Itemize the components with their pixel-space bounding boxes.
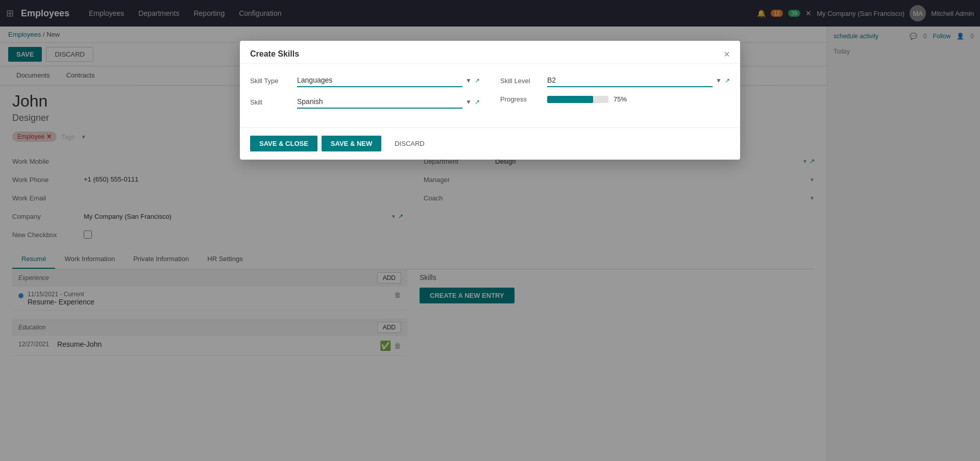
- skill-type-dropdown-icon: ▼: [465, 77, 472, 84]
- modal-right-fields: Skill Level B2 ▼ ↗ Progress: [500, 74, 730, 117]
- modal-title: Create Skills: [250, 49, 299, 59]
- skill-type-external-link-icon[interactable]: ↗: [475, 77, 480, 84]
- skill-level-field: Skill Level B2 ▼ ↗: [500, 74, 730, 87]
- skill-control: Spanish ▼ ↗: [297, 95, 480, 109]
- progress-bar-fill: [547, 96, 593, 103]
- skill-level-label: Skill Level: [500, 77, 541, 85]
- skill-type-select[interactable]: Languages: [297, 74, 462, 87]
- progress-label: Progress: [500, 95, 541, 103]
- skill-external-link-icon[interactable]: ↗: [475, 98, 480, 106]
- skill-dropdown-icon: ▼: [465, 98, 472, 106]
- skill-type-control: Languages ▼ ↗: [297, 74, 480, 87]
- modal-overlay: Create Skills × Skill Type Languages ▼ ↗: [0, 0, 980, 461]
- progress-bar-background: [547, 96, 608, 103]
- skill-level-dropdown-icon: ▼: [716, 77, 722, 84]
- modal-discard-button[interactable]: DISCARD: [385, 136, 434, 151]
- skill-field: Skill Spanish ▼ ↗: [250, 95, 480, 109]
- modal-form-grid: Skill Type Languages ▼ ↗ Skill: [250, 74, 730, 117]
- modal-header: Create Skills ×: [240, 41, 740, 64]
- modal-close-button[interactable]: ×: [724, 49, 730, 59]
- skill-level-external-link-icon[interactable]: ↗: [725, 77, 730, 84]
- save-new-button[interactable]: SAVE & NEW: [322, 136, 381, 151]
- modal-footer: SAVE & CLOSE SAVE & NEW DISCARD: [240, 127, 740, 160]
- modal-left-fields: Skill Type Languages ▼ ↗ Skill: [250, 74, 480, 117]
- skill-type-label: Skill Type: [250, 77, 291, 85]
- skill-select[interactable]: Spanish: [297, 95, 462, 109]
- skill-type-field: Skill Type Languages ▼ ↗: [250, 74, 480, 87]
- save-close-button[interactable]: SAVE & CLOSE: [250, 136, 317, 151]
- skill-label: Skill: [250, 98, 291, 106]
- skill-level-select[interactable]: B2: [547, 74, 713, 87]
- progress-text: 75%: [614, 95, 627, 103]
- progress-container: 75%: [547, 95, 730, 103]
- create-skills-modal: Create Skills × Skill Type Languages ▼ ↗: [240, 41, 740, 160]
- skill-level-control: B2 ▼ ↗: [547, 74, 730, 87]
- progress-field: Progress 75%: [500, 95, 730, 103]
- modal-body: Skill Type Languages ▼ ↗ Skill: [240, 64, 740, 127]
